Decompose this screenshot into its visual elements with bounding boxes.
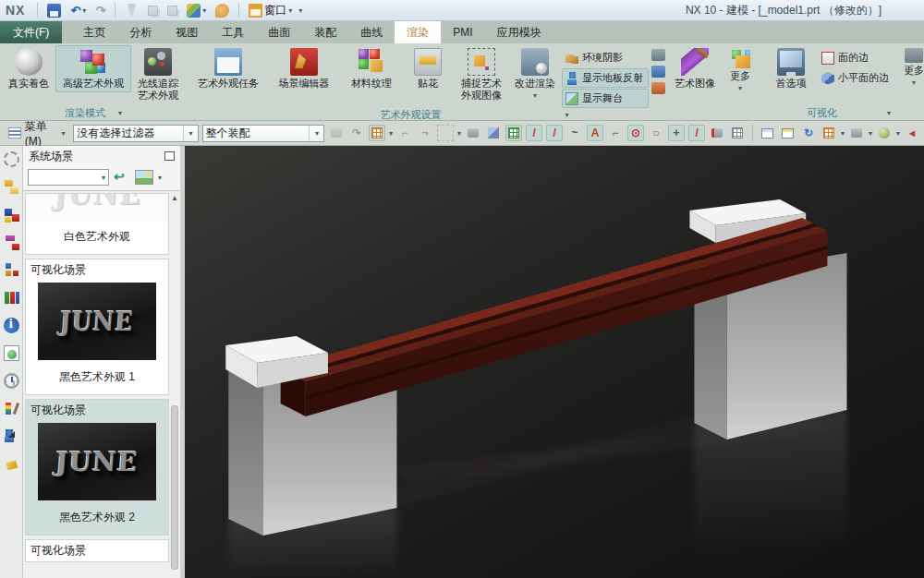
scene-editor-button[interactable]: 场景编辑器 [266, 45, 342, 92]
print-mini-button[interactable] [651, 66, 665, 78]
spline-pole-button[interactable]: A [587, 125, 603, 141]
tab-surface[interactable]: 曲面 [256, 21, 302, 43]
touch-panel-icon[interactable] [2, 454, 21, 474]
scene-card-white-studio[interactable]: JUNE 白色艺术外观 [25, 193, 169, 255]
true-shading-button[interactable]: 真实着色 [2, 45, 55, 92]
curve-snap-button[interactable]: ~ [566, 125, 583, 141]
snap-point-button[interactable] [328, 125, 345, 141]
vertex-snap-button[interactable]: ⌐ [607, 125, 624, 141]
datum-snap-button[interactable] [485, 125, 502, 141]
circle-center-button[interactable]: ⊙ [627, 125, 644, 141]
fit-window-button[interactable] [780, 125, 796, 141]
segment-snap-button[interactable]: / [546, 125, 563, 141]
ribbon-options-button[interactable]: ▾ [298, 6, 302, 15]
render-style-button[interactable] [848, 125, 865, 141]
redo-button[interactable]: ↷ [92, 3, 108, 18]
dialog-launcher-icon[interactable]: ▾ [565, 111, 568, 119]
group-label-visualization[interactable]: 可视化 ▾ [764, 105, 924, 120]
capture-studio-image-button[interactable]: 捕捉艺术外观图像 [455, 45, 508, 104]
orient-view-button[interactable]: ◂ [904, 125, 920, 141]
scene-card-next[interactable]: 可视化场景 [25, 539, 169, 562]
reset-scene-button[interactable]: ↩ [114, 171, 130, 185]
tab-application[interactable]: 应用模块 [485, 21, 553, 43]
selection-filter-combobox[interactable]: 没有选择过滤器 ▾ [73, 125, 198, 142]
tab-home[interactable]: 主页 [71, 21, 117, 43]
ray-traced-studio-button[interactable]: 光线追踪艺术外观 [131, 45, 185, 104]
rectangle-select-button[interactable] [437, 125, 454, 141]
panel-detach-icon[interactable] [164, 151, 175, 161]
face-edges-toggle[interactable]: 面的边 [818, 48, 894, 67]
material-texture-button[interactable]: 材料纹理 [342, 45, 401, 92]
solid-snap-button[interactable] [465, 125, 481, 141]
tab-file[interactable]: 文件(F) [0, 21, 62, 43]
snap-curve-button[interactable]: ↷ [348, 125, 365, 141]
process-studio-icon[interactable] [4, 428, 19, 444]
scene-card-black-studio-1[interactable]: 可视化场景 JUNE 黑色艺术外观 1 [25, 259, 169, 395]
layout-button[interactable] [821, 125, 837, 141]
view-image-button[interactable]: ▾ [184, 3, 209, 18]
enable-snap-point-button[interactable] [505, 125, 522, 141]
copy-button[interactable] [145, 5, 161, 17]
ambient-shadow-toggle[interactable]: 环境阴影 [562, 48, 649, 67]
preferences-button[interactable]: 首选项 [764, 45, 818, 92]
mid-point-button[interactable]: ¬ [417, 125, 433, 141]
camera-mini-button[interactable] [651, 49, 665, 61]
web-browser-icon[interactable] [4, 318, 19, 333]
floor-reflection-toggle[interactable]: 显示地板反射 [562, 68, 649, 88]
menu-button[interactable]: 菜单(M) ▾ [4, 117, 69, 150]
arc-snap-button[interactable]: ○ [648, 125, 664, 141]
decal-button[interactable]: 贴花 [401, 45, 455, 92]
advanced-studio-button[interactable]: 高级艺术外观 [55, 45, 131, 92]
point-on-face-button[interactable] [369, 125, 385, 141]
tab-curve[interactable]: 曲线 [348, 21, 395, 43]
tab-assembly[interactable]: 装配 [302, 21, 348, 43]
paste-button[interactable] [164, 5, 180, 17]
group-label-studio-settings[interactable]: 艺术外观设置 ▾ [190, 108, 759, 122]
tab-analysis[interactable]: 分析 [117, 21, 164, 43]
window-menu-button[interactable]: 窗口 ▾ [246, 2, 295, 19]
touch-mode-button[interactable] [213, 3, 232, 18]
end-point-button[interactable]: ⌐ [396, 125, 413, 141]
more-button-visualization[interactable]: 更多 ▾ [894, 45, 924, 91]
art-image-button[interactable]: 艺术图像 [668, 45, 722, 92]
constraint-navigator-icon[interactable] [4, 207, 19, 223]
roles-gear-icon[interactable] [4, 151, 19, 167]
part-navigator-icon[interactable] [4, 235, 19, 250]
tangent-snap-button[interactable]: / [688, 125, 705, 141]
system-materials-icon[interactable] [4, 401, 19, 416]
preview-mode-button[interactable] [135, 170, 153, 185]
show-stage-toggle[interactable]: 显示舞台 [562, 89, 649, 108]
library-icon[interactable] [4, 290, 19, 306]
more-button-studio[interactable]: 更多 ▾ [722, 45, 759, 97]
graphics-viewport[interactable] [185, 146, 924, 578]
assembly-navigator-icon[interactable] [4, 179, 19, 195]
gallery-arrow-icon[interactable]: ▾ [118, 109, 122, 117]
cut-button[interactable] [122, 3, 141, 18]
undo-button[interactable]: ↶▾ [67, 3, 89, 18]
tab-render[interactable]: 渲染 [395, 21, 441, 43]
line-snap-button[interactable]: / [526, 125, 542, 141]
refresh-button[interactable]: ↻ [800, 125, 817, 141]
improve-render-button[interactable]: 改进渲染 ▾ [508, 45, 562, 104]
scene-search-combobox[interactable]: ▾ [28, 169, 109, 186]
background-button[interactable] [876, 125, 893, 141]
hd3d-tools-icon[interactable] [4, 345, 19, 361]
scrollbar-thumb[interactable] [171, 405, 178, 570]
studio-task-button[interactable]: 艺术外观任务 [190, 45, 266, 92]
facet-edges-toggle[interactable]: 小平面的边 [818, 68, 894, 88]
zoom-window-button[interactable] [760, 125, 776, 141]
tab-view[interactable]: 视图 [164, 21, 210, 43]
scroll-up-arrow[interactable]: ▲ [171, 194, 178, 202]
scene-card-black-studio-2[interactable]: 可视化场景 JUNE 黑色艺术外观 2 [25, 399, 169, 536]
history-icon[interactable] [4, 373, 19, 389]
save-button[interactable] [44, 3, 64, 18]
grid-snap-button[interactable] [729, 125, 746, 141]
tab-pmi[interactable]: PMI [441, 21, 484, 43]
tab-tools[interactable]: 工具 [210, 21, 256, 43]
dialog-launcher-icon[interactable]: ▾ [887, 109, 891, 117]
selection-scope-combobox[interactable]: 整个装配 ▾ [202, 125, 325, 142]
reuse-library-icon[interactable] [4, 262, 19, 278]
intersection-snap-button[interactable]: + [668, 125, 685, 141]
share-mini-button[interactable] [651, 82, 665, 94]
face-snap-button[interactable] [709, 125, 725, 141]
